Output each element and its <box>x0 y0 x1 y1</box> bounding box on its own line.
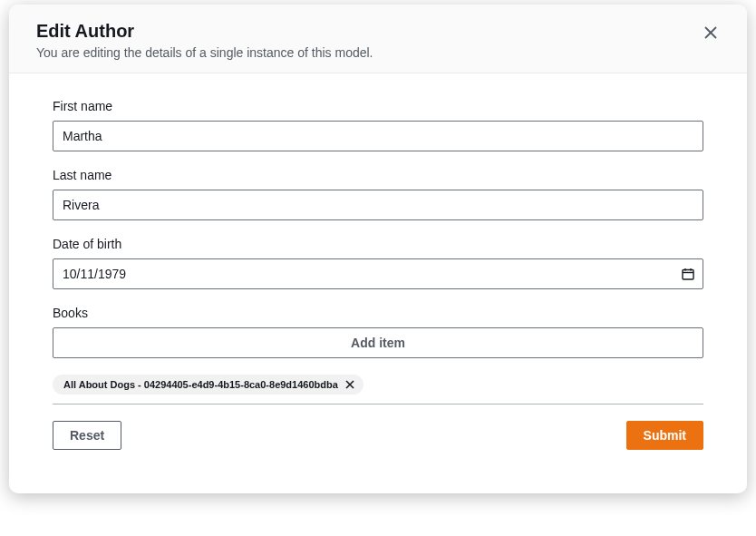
footer-divider <box>53 404 703 404</box>
book-chip-remove-button[interactable] <box>344 378 356 391</box>
modal-footer: Reset Submit <box>53 421 703 477</box>
books-group: Books Add item All About Dogs - 04294405… <box>53 306 703 395</box>
submit-button[interactable]: Submit <box>626 421 703 450</box>
dob-input[interactable] <box>53 258 703 289</box>
last-name-input[interactable] <box>53 190 703 220</box>
modal-title: Edit Author <box>36 21 720 42</box>
first-name-input[interactable] <box>53 121 703 151</box>
dob-group: Date of birth <box>53 237 703 289</box>
modal-header: Edit Author You are editing the details … <box>9 5 747 73</box>
first-name-group: First name <box>53 99 703 151</box>
close-icon <box>345 378 354 392</box>
edit-author-modal: Edit Author You are editing the details … <box>9 5 747 493</box>
book-chip-label: All About Dogs - 04294405-e4d9-4b15-8ca0… <box>63 379 338 390</box>
close-button[interactable] <box>702 24 720 43</box>
first-name-label: First name <box>53 99 703 113</box>
reset-button[interactable]: Reset <box>53 421 121 450</box>
add-item-button[interactable]: Add item <box>53 327 703 358</box>
book-chip: All About Dogs - 04294405-e4d9-4b15-8ca0… <box>53 375 363 395</box>
books-label: Books <box>53 306 703 320</box>
last-name-label: Last name <box>53 168 703 182</box>
dob-label: Date of birth <box>53 237 703 251</box>
last-name-group: Last name <box>53 168 703 220</box>
modal-subtitle: You are editing the details of a single … <box>36 45 720 60</box>
close-icon <box>704 26 717 42</box>
modal-body: First name Last name Date of birth <box>9 73 747 493</box>
books-chips: All About Dogs - 04294405-e4d9-4b15-8ca0… <box>53 375 703 395</box>
